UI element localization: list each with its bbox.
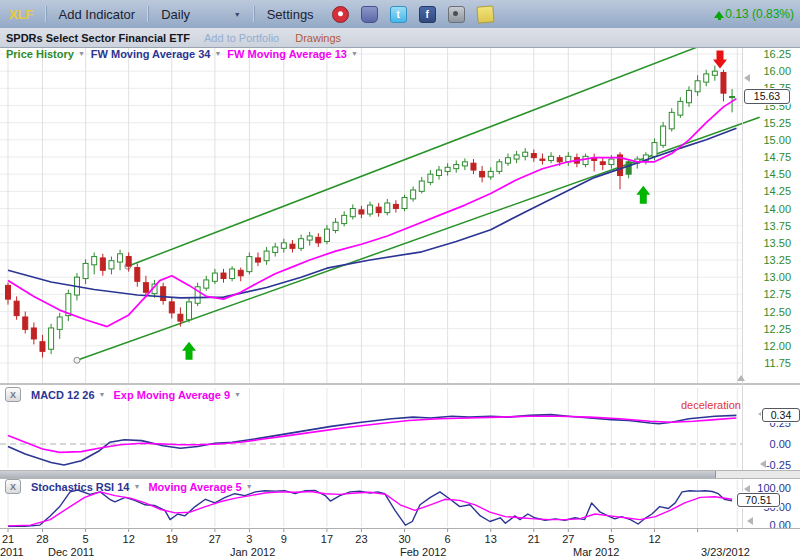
- camera-icon[interactable]: [448, 6, 465, 23]
- svg-text:21: 21: [2, 533, 14, 545]
- add-indicator-button[interactable]: Add Indicator: [49, 7, 146, 22]
- svg-text:0.00: 0.00: [770, 519, 791, 531]
- up-arrow-drawing[interactable]: [636, 186, 650, 204]
- sticky-note-icon[interactable]: [476, 5, 494, 23]
- toolbar-divider: [147, 6, 149, 22]
- legend-ma34[interactable]: FW Moving Average 34▼: [91, 48, 222, 60]
- drawings-menu[interactable]: Drawings: [287, 32, 349, 44]
- up-arrow-stem: [718, 15, 721, 20]
- charting-app-window: { "toolbar": { "symbol": "XLF", "add_ind…: [0, 0, 800, 559]
- svg-text:30: 30: [398, 533, 410, 545]
- close-icon[interactable]: X: [5, 479, 21, 494]
- main-toolbar: XLF Add Indicator Daily ▼ Settings t f 0…: [0, 0, 800, 29]
- symbol-full-name: SPDRs Select Sector Financial ETF: [0, 32, 196, 44]
- svg-text:16.00: 16.00: [763, 65, 791, 77]
- close-icon[interactable]: X: [5, 387, 21, 402]
- candlestick-series: [6, 66, 735, 358]
- svg-text:15.25: 15.25: [763, 117, 791, 129]
- svg-text:23: 23: [355, 533, 367, 545]
- deceleration-annotation[interactable]: deceleration: [681, 399, 741, 411]
- axis-marker-icon: [747, 517, 753, 525]
- scrollbar-thumb[interactable]: [0, 471, 716, 478]
- svg-text:5: 5: [608, 533, 614, 545]
- svg-text:14.50: 14.50: [763, 168, 791, 180]
- svg-text:28: 28: [36, 533, 48, 545]
- stoch-pane-header: X Stochastics RSI 14 ▼ Moving Average 5 …: [5, 479, 253, 494]
- svg-text:0.00: 0.00: [770, 438, 791, 450]
- svg-text:12.50: 12.50: [763, 306, 791, 318]
- svg-text:9: 9: [281, 533, 287, 545]
- timeframe-value: Daily: [161, 7, 190, 22]
- svg-text:11.75: 11.75: [764, 357, 791, 369]
- toolbar-divider: [253, 6, 255, 22]
- time-scrollbar[interactable]: [0, 470, 800, 479]
- svg-text:5: 5: [83, 533, 89, 545]
- svg-text:14.25: 14.25: [763, 185, 791, 197]
- chevron-down-icon[interactable]: ▼: [214, 50, 221, 57]
- trendline-handle[interactable]: [74, 357, 80, 363]
- svg-text:Dec 2011: Dec 2011: [48, 546, 94, 558]
- svg-text:16.25: 16.25: [763, 48, 791, 60]
- svg-text:15.00: 15.00: [763, 134, 791, 146]
- chevron-down-icon[interactable]: ▼: [234, 391, 241, 398]
- chevron-down-icon[interactable]: ▼: [78, 50, 85, 57]
- svg-text:3: 3: [246, 533, 252, 545]
- toolbar-icon-group: t f: [332, 6, 494, 23]
- chevron-down-icon[interactable]: ▼: [351, 50, 358, 57]
- svg-text:27: 27: [562, 533, 574, 545]
- timeframe-dropdown[interactable]: Daily ▼: [151, 7, 250, 22]
- svg-text:13.00: 13.00: [763, 271, 791, 283]
- twitter-icon[interactable]: t: [390, 6, 407, 23]
- svg-text:13.75: 13.75: [763, 220, 791, 232]
- svg-text:6: 6: [445, 533, 451, 545]
- axis-marker-icon: [744, 74, 750, 82]
- drawing-arrows: [182, 50, 727, 359]
- svg-text:27: 27: [209, 533, 221, 545]
- svg-text:17: 17: [321, 533, 333, 545]
- legend-ma13[interactable]: FW Moving Average 13▼: [227, 48, 358, 60]
- svg-text:12: 12: [648, 533, 660, 545]
- chevron-down-icon[interactable]: ▼: [246, 483, 253, 490]
- stoch-title[interactable]: Stochastics RSI 14: [31, 481, 129, 493]
- svg-text:14.00: 14.00: [763, 203, 791, 215]
- up-arrow-drawing[interactable]: [182, 342, 196, 360]
- stoch-overlay-label[interactable]: Moving Average 5: [148, 481, 241, 493]
- database-icon[interactable]: [361, 6, 378, 23]
- axis-marker-icon: [760, 460, 766, 468]
- toolbar-divider: [45, 6, 47, 22]
- stoch-ma-line: [8, 492, 732, 526]
- symbol-ticker[interactable]: XLF: [0, 7, 43, 22]
- svg-text:12.75: 12.75: [763, 288, 791, 300]
- svg-text:13.25: 13.25: [763, 254, 791, 266]
- svg-text:12.25: 12.25: [763, 323, 791, 335]
- add-to-portfolio-link[interactable]: Add to Portfolio: [196, 32, 287, 44]
- macd-line: [8, 415, 736, 465]
- macd-overlay-label[interactable]: Exp Moving Average 9: [114, 389, 231, 401]
- svg-text:Jan 2012: Jan 2012: [230, 546, 275, 558]
- macd-title[interactable]: MACD 12 26: [31, 389, 95, 401]
- chevron-down-icon[interactable]: ▼: [99, 391, 106, 398]
- trendline[interactable]: [128, 40, 715, 266]
- svg-text:12.00: 12.00: [763, 340, 791, 352]
- chevron-down-icon[interactable]: ▼: [234, 11, 241, 18]
- date-axis-labels: 212851219273917233061321275122011Dec 201…: [0, 533, 750, 558]
- svg-text:2011: 2011: [0, 546, 24, 558]
- svg-text:13: 13: [485, 533, 497, 545]
- chevron-down-icon[interactable]: ▼: [133, 483, 140, 490]
- stoch-value-box: 70.51: [737, 493, 780, 507]
- svg-text:13.50: 13.50: [763, 237, 791, 249]
- symbol-info-bar: SPDRs Select Sector Financial ETF Add to…: [0, 28, 800, 48]
- legend-price-history[interactable]: Price History▼: [6, 48, 85, 60]
- macd-value-box: 0.34: [762, 408, 800, 422]
- svg-text:12: 12: [123, 533, 135, 545]
- last-price-box: 15.63: [744, 89, 790, 104]
- svg-text:Mar 2012: Mar 2012: [573, 546, 619, 558]
- settings-button[interactable]: Settings: [257, 7, 324, 22]
- svg-text:14.75: 14.75: [763, 151, 791, 163]
- price-pane-legend: Price History▼ FW Moving Average 34▼ FW …: [6, 48, 364, 60]
- macd-axis-labels: 0.250.00-0.25: [766, 417, 791, 471]
- alarm-clock-icon[interactable]: [332, 6, 349, 23]
- svg-text:19: 19: [166, 533, 178, 545]
- facebook-icon[interactable]: f: [419, 6, 436, 23]
- macd-pane-header: X MACD 12 26 ▼ Exp Moving Average 9 ▼: [5, 387, 241, 402]
